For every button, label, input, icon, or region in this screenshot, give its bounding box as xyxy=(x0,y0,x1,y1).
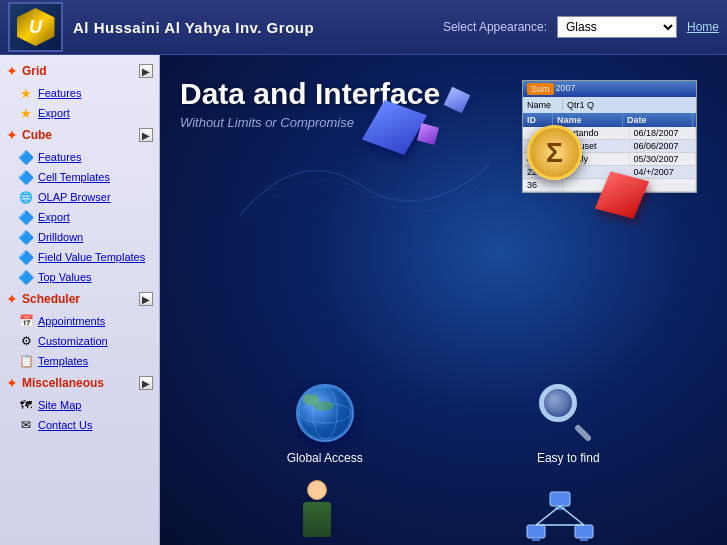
sidebar-item-grid-features[interactable]: ★ Features xyxy=(0,83,159,103)
row-date-4: 04/+/2007 xyxy=(630,166,697,178)
grid-section-title: Grid xyxy=(22,64,47,78)
name-filter: Name xyxy=(523,99,563,111)
svg-rect-6 xyxy=(532,538,540,541)
drilldown-label: Drilldown xyxy=(38,231,83,243)
grid-section-icon: ✦ xyxy=(6,63,18,79)
field-value-templates-label: Field Value Templates xyxy=(38,251,145,263)
easy-to-find-item: Easy to find xyxy=(536,381,600,465)
cell-templates-icon: 🔷 xyxy=(18,169,34,185)
sidebar-item-templates[interactable]: 📋 Templates xyxy=(0,351,159,371)
sidebar-item-cube-features[interactable]: 🔷 Features xyxy=(0,147,159,167)
grid-export-label: Export xyxy=(38,107,70,119)
row-date-2: 06/06/2007 xyxy=(630,140,697,152)
company-name: Al Hussaini Al Yahya Inv. Group xyxy=(73,19,314,36)
sidebar-item-cube-cell-templates[interactable]: 🔷 Cell Templates xyxy=(0,167,159,187)
contact-us-label: Contact Us xyxy=(38,419,92,431)
customization-icon: ⚙ xyxy=(18,333,34,349)
globe-svg xyxy=(298,386,352,440)
sidebar-item-olap-browser[interactable]: 🌐 OLAP Browser xyxy=(0,187,159,207)
sidebar-item-grid-export[interactable]: ★ Export xyxy=(0,103,159,123)
cube-export-label: Export xyxy=(38,211,70,223)
misc-expand-icon[interactable]: ▶ xyxy=(139,376,153,390)
global-access-item: Global Access xyxy=(287,381,363,465)
misc-section-icon: ✦ xyxy=(6,375,18,391)
global-access-label: Global Access xyxy=(287,451,363,465)
misc-section-title: Miscellaneous xyxy=(22,376,104,390)
magnifier-lens xyxy=(539,384,577,422)
easy-to-find-label: Easy to find xyxy=(537,451,600,465)
cube-section-title: Cube xyxy=(22,128,52,142)
svg-line-9 xyxy=(536,506,560,525)
svg-rect-3 xyxy=(550,492,570,506)
sidebar-item-field-value-templates[interactable]: 🔷 Field Value Templates xyxy=(0,247,159,267)
row-date-3: 05/30/2007 xyxy=(630,153,697,165)
olap-browser-label: OLAP Browser xyxy=(38,191,111,203)
row-date-1: 06/18/2007 xyxy=(630,127,697,139)
grid-features-label: Features xyxy=(38,87,81,99)
sidebar-section-grid[interactable]: ✦ Grid ▶ xyxy=(0,59,159,83)
cube-features-icon: 🔷 xyxy=(18,149,34,165)
sidebar-item-cube-export[interactable]: 🔷 Export xyxy=(0,207,159,227)
scheduler-expand-icon[interactable]: ▶ xyxy=(139,292,153,306)
cube-expand-icon[interactable]: ▶ xyxy=(139,128,153,142)
svg-line-10 xyxy=(560,506,584,525)
field-value-icon: 🔷 xyxy=(18,249,34,265)
cube-small-blue xyxy=(444,87,471,114)
sidebar-item-customization[interactable]: ⚙ Customization xyxy=(0,331,159,351)
bottom-icons-row xyxy=(160,475,727,545)
templates-icon: 📋 xyxy=(18,353,34,369)
olap-browser-icon: 🌐 xyxy=(18,189,34,205)
sidebar-item-contact-us[interactable]: ✉ Contact Us xyxy=(0,415,159,435)
sidebar-item-top-values[interactable]: 🔷 Top Values xyxy=(0,267,159,287)
magnifier-visual xyxy=(539,384,597,442)
scheduler-section-title: Scheduler xyxy=(22,292,80,306)
cube-features-label: Features xyxy=(38,151,81,163)
star-icon-2: ★ xyxy=(18,105,34,121)
sidebar-section-miscellaneous[interactable]: ✦ Miscellaneous ▶ xyxy=(0,371,159,395)
content-area: Data and Interface Without Limits or Com… xyxy=(160,55,727,545)
main-area: ✦ Grid ▶ ★ Features ★ Export ✦ Cube ▶ 🔷 … xyxy=(0,55,727,545)
year-label: 2007 xyxy=(556,83,576,95)
svg-rect-5 xyxy=(527,525,545,538)
svg-rect-7 xyxy=(575,525,593,538)
sum-badge: Sum xyxy=(527,83,554,95)
swirl-decoration xyxy=(240,135,490,235)
grid-col-date: Date xyxy=(623,113,693,127)
row-val-3: 36 xyxy=(523,179,563,191)
cube-cell-templates-label: Cell Templates xyxy=(38,171,110,183)
sidebar-section-cube[interactable]: ✦ Cube ▶ xyxy=(0,123,159,147)
site-map-icon: 🗺 xyxy=(18,397,34,413)
appointments-icon: 📅 xyxy=(18,313,34,329)
person-body xyxy=(303,502,331,537)
svg-point-0 xyxy=(299,387,351,439)
templates-label: Templates xyxy=(38,355,88,367)
appearance-select[interactable]: Glass Default Classic xyxy=(557,16,677,38)
cube-export-icon: 🔷 xyxy=(18,209,34,225)
hero-subtitle: Without Limits or Compromise xyxy=(180,115,354,130)
star-icon: ★ xyxy=(18,85,34,101)
top-values-icon: 🔷 xyxy=(18,269,34,285)
person-head xyxy=(307,480,327,500)
network-illustration xyxy=(525,490,595,545)
logo-box: U xyxy=(8,2,63,52)
grid-expand-icon[interactable]: ▶ xyxy=(139,64,153,78)
home-link[interactable]: Home xyxy=(687,20,719,34)
sidebar-item-drilldown[interactable]: 🔷 Drilldown xyxy=(0,227,159,247)
header-controls: Select Appearance: Glass Default Classic… xyxy=(443,16,719,38)
sidebar: ✦ Grid ▶ ★ Features ★ Export ✦ Cube ▶ 🔷 … xyxy=(0,55,160,545)
globe-visual xyxy=(296,384,354,442)
sidebar-item-site-map[interactable]: 🗺 Site Map xyxy=(0,395,159,415)
sidebar-section-scheduler[interactable]: ✦ Scheduler ▶ xyxy=(0,287,159,311)
logo-letter: U xyxy=(29,17,42,38)
qtr-label: Qtr1 Q xyxy=(563,99,613,111)
magnifier-icon xyxy=(536,381,600,445)
scheduler-section-icon: ✦ xyxy=(6,291,18,307)
logo-icon: U xyxy=(17,8,55,46)
person-figure xyxy=(292,480,342,545)
sidebar-item-appointments[interactable]: 📅 Appointments xyxy=(0,311,159,331)
customization-label: Customization xyxy=(38,335,108,347)
header: U Al Hussaini Al Yahya Inv. Group Select… xyxy=(0,0,727,55)
appointments-label: Appointments xyxy=(38,315,105,327)
appearance-label: Select Appearance: xyxy=(443,20,547,34)
drilldown-icon: 🔷 xyxy=(18,229,34,245)
